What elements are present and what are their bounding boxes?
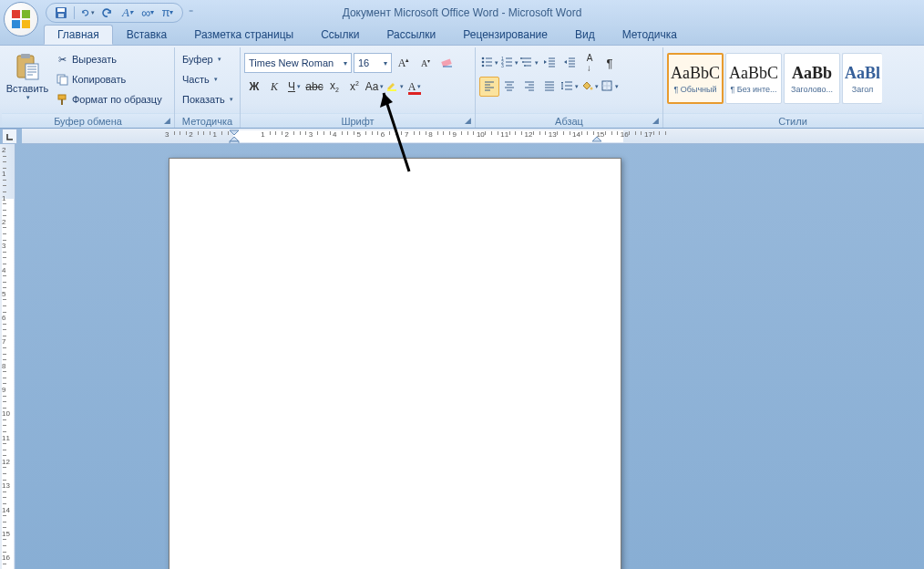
paste-label: Вставить [6,83,49,94]
infinity-icon[interactable]: ∞▾ [140,5,155,20]
align-center-icon [503,79,516,95]
tab-insert[interactable]: Вставка [113,25,181,45]
font-size-select[interactable]: 16▾ [354,53,392,73]
ribbon: Вставить ▾ ✂Вырезать Копировать Формат п… [0,45,924,129]
bucket-icon [580,79,593,95]
chevron-down-icon: ▾ [380,83,384,90]
grow-font-button[interactable]: A▴ [394,53,414,73]
tab-home[interactable]: Главная [44,25,113,45]
strikethrough-icon: abc [305,80,323,93]
dialog-launcher-icon[interactable]: ◢ [462,116,473,127]
svg-rect-11 [60,77,67,85]
multilevel-button[interactable]: ▾ [519,53,539,73]
clear-formatting-button[interactable] [437,53,457,73]
underline-button[interactable]: Ч▾ [284,77,304,97]
numbering-icon: 123 [500,56,513,71]
hanging-indent-icon[interactable] [229,136,240,144]
tab-references[interactable]: Ссылки [307,25,373,45]
bold-button[interactable]: Ж [244,77,264,97]
cut-button[interactable]: ✂Вырезать [51,49,166,69]
office-button[interactable] [4,2,38,36]
borders-button[interactable]: ▾ [600,77,620,97]
align-left-button[interactable] [479,77,499,97]
svg-rect-1 [22,10,30,18]
show-marks-button[interactable]: ¶ [600,53,620,73]
bullets-button[interactable]: ▾ [479,53,499,73]
grow-font-icon: A▴ [398,57,410,70]
change-case-icon: Aa [365,80,379,93]
tab-left-icon [5,132,15,141]
paste-icon [13,52,42,81]
format-painter-label: Формат по образцу [72,94,162,105]
dialog-launcher-icon[interactable]: ◢ [650,116,661,127]
shrink-font-button[interactable]: A▾ [416,53,436,73]
svg-rect-13 [61,99,63,105]
right-indent-icon[interactable] [591,136,602,144]
font-family-select[interactable]: Times New Roman▾ [244,53,352,73]
chevron-down-icon: ▾ [297,83,301,90]
multilevel-icon [520,56,533,71]
style-heading1[interactable]: AaBbЗаголово... [784,53,840,104]
borders-icon [601,79,613,95]
buffer-button[interactable]: Буфер▾ [179,49,237,69]
font-color-button[interactable]: A▾ [405,77,425,97]
style-preview: AaBb [792,64,832,83]
style-heading2[interactable]: AaBlЗагол [842,53,882,104]
align-right-button[interactable] [519,77,539,97]
chevron-down-icon: ▾ [615,83,619,90]
style-name: Заголово... [791,85,833,94]
superscript-button[interactable]: x2 [344,77,364,97]
tab-selector[interactable] [2,129,17,144]
save-icon[interactable] [54,5,68,20]
chevron-down-icon: ▾ [417,83,421,90]
justify-button[interactable] [539,77,560,97]
show-button[interactable]: Показать▾ [179,89,237,109]
decrease-indent-icon [543,56,556,71]
svg-point-22 [520,57,522,59]
decrease-indent-button[interactable] [539,53,560,73]
sort-icon: A↓ [587,53,593,73]
undo-icon[interactable]: ▾ [80,5,95,20]
horizontal-ruler[interactable]: 3211234567891011121314151617 [22,129,924,144]
tab-view[interactable]: Вид [561,25,609,45]
style-no-spacing[interactable]: AaBbC¶ Без инте... [725,53,782,104]
style-name: ¶ Обычный [673,85,716,94]
style-normal[interactable]: AaBbC¶ Обычный [667,53,724,104]
subscript-button[interactable]: x2 [324,77,344,97]
svg-rect-27 [230,141,239,144]
font-effects-icon[interactable]: A▾ [120,5,135,20]
tab-metodichka[interactable]: Методичка [609,25,691,45]
change-case-button[interactable]: Aa▾ [364,77,385,97]
part-label: Часть [182,74,210,85]
numbering-button[interactable]: 123▾ [499,53,519,73]
title-bar: ▾ A▾ ∞▾ π▾ ⁼ Документ Microsoft Office W… [0,0,924,25]
italic-button[interactable]: К [264,77,284,97]
align-center-button[interactable] [499,77,519,97]
dialog-launcher-icon[interactable]: ◢ [161,116,172,127]
svg-point-24 [524,65,526,67]
group-clipboard: Вставить ▾ ✂Вырезать Копировать Формат п… [2,47,175,128]
increase-indent-button[interactable] [560,53,580,73]
part-button[interactable]: Часть▾ [179,69,237,89]
paste-button[interactable]: Вставить ▾ [5,49,49,104]
increase-indent-icon [563,56,576,71]
tab-page-layout[interactable]: Разметка страницы [180,25,307,45]
qat-customize-icon[interactable]: ⁼ [189,7,193,17]
vertical-ruler[interactable]: 2112345678910111213141516 [0,144,15,569]
document-page[interactable] [169,158,621,569]
styles-gallery[interactable]: AaBbC¶ Обычный AaBbC¶ Без инте... AaBbЗа… [667,53,882,104]
redo-icon[interactable] [100,5,115,20]
tab-review[interactable]: Рецензирование [449,25,561,45]
scissors-icon: ✂ [55,52,69,67]
copy-button[interactable]: Копировать [51,69,166,89]
group-metodichka: Буфер▾ Часть▾ Показать▾ Методичка [175,47,241,128]
shading-button[interactable]: ▾ [580,77,600,97]
sort-button[interactable]: A↓ [580,53,600,73]
pi-icon[interactable]: π▾ [160,5,175,20]
strikethrough-button[interactable]: abc [304,77,324,97]
line-spacing-button[interactable]: ▾ [560,77,580,97]
format-painter-button[interactable]: Формат по образцу [51,89,166,109]
tab-mailings[interactable]: Рассылки [373,25,449,45]
highlight-button[interactable]: ▾ [385,77,405,97]
chevron-down-icon: ▾ [230,96,233,103]
